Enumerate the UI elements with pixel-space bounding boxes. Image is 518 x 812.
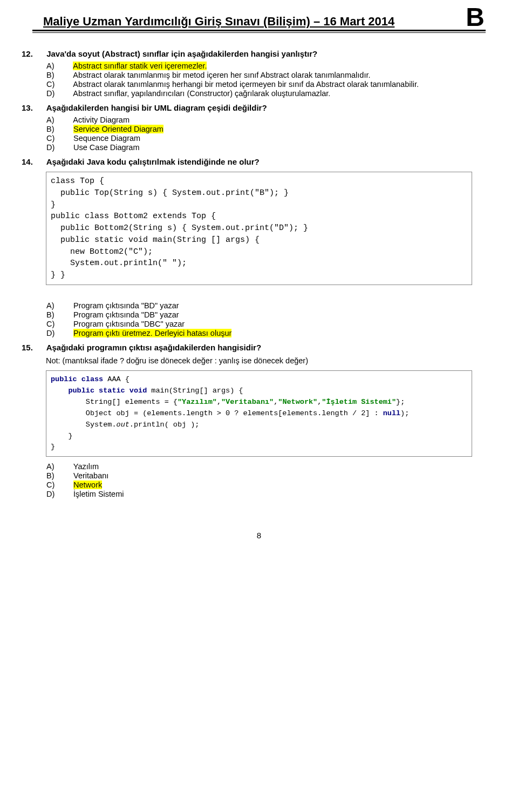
q15-option-a: A) Yazılım	[59, 462, 486, 471]
q15-option-b: B) Veritabanı	[59, 471, 486, 480]
question-12-options: A) Abstract sınıflar statik veri içereme…	[59, 62, 486, 98]
header-divider	[32, 32, 486, 33]
q12-option-b: B) Abstract olarak tanımlanmış bir metod…	[59, 71, 486, 79]
q14-option-c: C) Program çıktısında "DBC" yazar	[59, 320, 486, 328]
question-14-options: A) Program çıktısında "BD" yazar B) Prog…	[59, 301, 486, 337]
page-container: Maliye Uzman Yardımcılığı Giriş Sınavı (…	[16, 0, 502, 556]
q15-code: public class AAA { public static void ma…	[46, 371, 472, 456]
question-12-head: 12. Java'da soyut (Abstract) sınıflar iç…	[32, 49, 486, 58]
q14-code-block: class Top { public Top(String s) { Syste…	[46, 172, 472, 285]
q15-option-d: D) İşletim Sistemi	[59, 490, 486, 498]
page-number: 8	[32, 531, 486, 540]
q13-option-a: A) Activity Diagram	[59, 116, 486, 124]
booklet-letter: B	[466, 5, 486, 29]
question-14-head: 14. Aşağıdaki Java kodu çalıştırılmak is…	[32, 157, 486, 166]
question-15: 15. Aşağıdaki programın çıktısı aşağıdak…	[32, 343, 486, 498]
q14-option-d: D) Program çıktı üretmez. Derleyici hata…	[59, 329, 486, 337]
question-13: 13. Aşağıdakilerden hangisi bir UML diag…	[32, 103, 486, 152]
page-header: Maliye Uzman Yardımcılığı Giriş Sınavı (…	[32, 5, 486, 31]
q14-option-b: B) Program çıktısında "DB" yazar	[59, 310, 486, 319]
q14-option-a: A) Program çıktısında "BD" yazar	[59, 301, 486, 310]
question-12: 12. Java'da soyut (Abstract) sınıflar iç…	[32, 49, 486, 98]
question-15-head: 15. Aşağıdaki programın çıktısı aşağıdak…	[32, 343, 486, 352]
q14-code: class Top { public Top(String s) { Syste…	[46, 172, 472, 285]
q15-option-c: C) Network	[59, 481, 486, 489]
q13-option-d: D) Use Case Diagram	[59, 143, 486, 152]
q13-option-b: B) Service Oriented Diagram	[59, 125, 486, 133]
exam-title: Maliye Uzman Yardımcılığı Giriş Sınavı (…	[32, 15, 466, 29]
question-13-head: 13. Aşağıdakilerden hangisi bir UML diag…	[32, 103, 486, 112]
question-15-options: A) Yazılım B) Veritabanı C) Network D) İ…	[59, 462, 486, 498]
question-13-options: A) Activity Diagram B) Service Oriented …	[59, 116, 486, 152]
q12-option-d: D) Abstract sınıflar, yapılandırıcıları …	[59, 89, 486, 98]
q15-code-block: public class AAA { public static void ma…	[46, 370, 472, 457]
q13-option-c: C) Sequence Diagram	[59, 134, 486, 143]
question-14: 14. Aşağıdaki Java kodu çalıştırılmak is…	[32, 157, 486, 337]
q15-note: Not: (mantıksal ifade ? doğru ise dönece…	[46, 356, 486, 365]
q12-option-c: C) Abstract olarak tanımlanmış herhangi …	[59, 80, 486, 89]
q12-option-a: A) Abstract sınıflar statik veri içereme…	[59, 62, 486, 70]
